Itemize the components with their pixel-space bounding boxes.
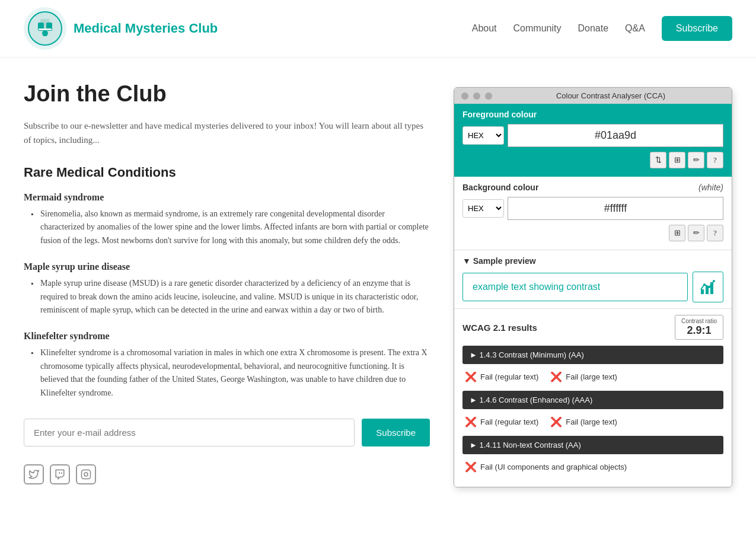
svg-point-14	[708, 286, 710, 288]
cca-result-143-regular-label: Fail (regular text)	[480, 372, 538, 381]
site-header: Medical Mysteries Club About Community D…	[0, 0, 756, 58]
condition-klinefelter-desc: Klinefelter syndrome is a chromosomal va…	[31, 346, 430, 400]
cca-bg-help-btn[interactable]: ?	[707, 225, 723, 241]
subscribe-button[interactable]: Subscribe	[362, 419, 430, 446]
condition-mermaid-desc: Sirenomelia, also known as mermaid syndr…	[31, 208, 430, 247]
cca-wcag-section: WCAG 2.1 results Contrast ratio 2.9:1 ► …	[454, 308, 732, 487]
social-icons-row	[24, 464, 430, 484]
cca-result-146-large-label: Fail (large text)	[566, 417, 617, 426]
cca-fg-format-select[interactable]: HEX RGB HSL	[462, 126, 504, 145]
svg-rect-7	[82, 470, 91, 479]
cca-result-1411-ui-label: Fail (UI components and graphical object…	[480, 463, 627, 471]
cca-result-143-regular: ❌ Fail (regular text)	[465, 371, 538, 382]
condition-mermaid: Mermaid syndrome Sirenomelia, also known…	[24, 192, 430, 247]
cca-fg-hex-input[interactable]	[508, 124, 723, 147]
cca-fg-picker-btn[interactable]: ⊞	[669, 152, 685, 168]
cca-fg-tools-row: ⇅ ⊞ ✏ ?	[462, 152, 723, 168]
condition-mermaid-title: Mermaid syndrome	[24, 192, 430, 203]
cca-title: Colour Contrast Analyser (CCA)	[497, 91, 725, 100]
svg-point-15	[713, 280, 715, 282]
fail-icon-146-large: ❌	[550, 416, 562, 428]
cca-bg-hex-input[interactable]	[508, 197, 723, 220]
fail-icon-143-regular: ❌	[465, 371, 477, 382]
twitter-icon[interactable]	[24, 464, 44, 484]
nav-about[interactable]: About	[472, 23, 497, 34]
twitch-icon[interactable]	[50, 464, 70, 484]
cca-result-1411-ui: ❌ Fail (UI components and graphical obje…	[465, 461, 627, 473]
cca-bg-format-select[interactable]: HEX RGB HSL	[462, 199, 504, 218]
cca-result-146-regular: ❌ Fail (regular text)	[465, 416, 538, 428]
fail-icon-1411-ui: ❌	[465, 461, 477, 473]
cca-fg-eyedropper-btn[interactable]: ✏	[688, 152, 704, 168]
cca-sample-label: ▼ Sample preview	[462, 256, 723, 266]
cca-foreground-section: Foreground colour HEX RGB HSL ⇅ ⊞ ✏ ?	[454, 104, 732, 177]
cca-bg-label-row: Background colour (white)	[462, 183, 723, 192]
svg-rect-10	[701, 289, 704, 294]
fail-icon-146-regular: ❌	[465, 416, 477, 428]
condition-klinefelter: Klinefelter syndrome Klinefelter syndrom…	[24, 331, 430, 400]
cca-bg-tools-row: ⊞ ✏ ?	[462, 225, 723, 241]
cca-dot-green	[485, 93, 492, 100]
nav-subscribe-button[interactable]: Subscribe	[662, 16, 732, 41]
nav-community[interactable]: Community	[513, 23, 562, 34]
cca-result-143-large-label: Fail (large text)	[566, 372, 617, 381]
cca-contrast-ratio-box: Contrast ratio 2.9:1	[675, 315, 723, 340]
nav-donate[interactable]: Donate	[578, 23, 608, 34]
intro-text: Subscribe to our e-newsletter and have m…	[24, 119, 430, 147]
cca-result-146-regular-label: Fail (regular text)	[480, 417, 538, 426]
cca-bg-white-label: (white)	[698, 183, 723, 192]
cca-bg-label: Background colour	[462, 183, 538, 192]
cca-contrast-ratio-label: Contrast ratio	[681, 318, 717, 324]
cca-fg-label: Foreground colour	[462, 110, 723, 119]
cca-panel: Colour Contrast Analyser (CCA) Foregroun…	[454, 87, 732, 487]
cca-bg-eyedropper-btn[interactable]: ✏	[688, 225, 704, 241]
cca-wcag-title: WCAG 2.1 results	[462, 323, 537, 333]
cca-fg-swap-btn[interactable]: ⇅	[650, 152, 666, 168]
condition-maple-desc: Maple syrup urine disease (MSUD) is a ra…	[31, 277, 430, 317]
svg-rect-5	[43, 30, 47, 36]
svg-rect-6	[39, 28, 52, 30]
condition-klinefelter-title: Klinefelter syndrome	[24, 331, 430, 342]
cca-contrast-ratio-value: 2.9:1	[681, 324, 717, 337]
cca-result-146-large: ❌ Fail (large text)	[550, 416, 617, 428]
cca-fg-help-btn[interactable]: ?	[707, 152, 723, 168]
cca-criterion-143-results: ❌ Fail (regular text) ❌ Fail (large text…	[462, 368, 723, 386]
logo-area: Medical Mysteries Club	[24, 7, 218, 50]
cca-criterion-143[interactable]: ► 1.4.3 Contrast (Minimum) (AA)	[462, 346, 723, 364]
svg-point-13	[703, 283, 706, 286]
cca-bg-input-row: HEX RGB HSL	[462, 197, 723, 220]
logo-image	[24, 7, 66, 50]
svg-point-9	[88, 471, 89, 472]
svg-point-8	[84, 473, 88, 476]
nav-qa[interactable]: Q&A	[625, 23, 645, 34]
site-title: Medical Mysteries Club	[74, 21, 218, 36]
condition-maple: Maple syrup urine disease Maple syrup ur…	[24, 261, 430, 317]
cca-sample-section: ▼ Sample preview example text showing co…	[454, 250, 732, 308]
cca-dot-red	[461, 93, 468, 100]
cca-sample-preview-row: example text showing contrast	[462, 272, 723, 302]
cca-background-section: Background colour (white) HEX RGB HSL ⊞ …	[454, 177, 732, 250]
fail-icon-143-large: ❌	[550, 371, 562, 382]
cca-dot-yellow	[473, 93, 480, 100]
page-title: Join the Club	[24, 81, 430, 107]
cca-bg-picker-btn[interactable]: ⊞	[669, 225, 685, 241]
cca-sample-text: example text showing contrast	[462, 273, 688, 301]
cca-criterion-146[interactable]: ► 1.4.6 Contrast (Enhanced) (AAA)	[462, 391, 723, 409]
main-nav: About Community Donate Q&A Subscribe	[472, 16, 732, 41]
instagram-icon[interactable]	[76, 464, 96, 484]
main-content: Join the Club Subscribe to our e-newslet…	[0, 58, 756, 511]
cca-fg-input-row: HEX RGB HSL	[462, 124, 723, 147]
email-subscribe-row: Subscribe	[24, 419, 430, 446]
content-area: Join the Club Subscribe to our e-newslet…	[24, 81, 430, 487]
cca-result-143-large: ❌ Fail (large text)	[550, 371, 617, 382]
cca-wcag-header-row: WCAG 2.1 results Contrast ratio 2.9:1	[462, 315, 723, 340]
cca-titlebar: Colour Contrast Analyser (CCA)	[454, 88, 732, 104]
cca-criterion-1411-results: ❌ Fail (UI components and graphical obje…	[462, 458, 723, 476]
condition-maple-title: Maple syrup urine disease	[24, 261, 430, 272]
cca-criterion-146-results: ❌ Fail (regular text) ❌ Fail (large text…	[462, 413, 723, 431]
email-input[interactable]	[24, 419, 355, 446]
cca-criterion-1411[interactable]: ► 1.4.11 Non-text Contrast (AA)	[462, 436, 723, 454]
cca-chart-button[interactable]	[693, 272, 723, 302]
section-title: Rare Medical Conditions	[24, 165, 430, 180]
